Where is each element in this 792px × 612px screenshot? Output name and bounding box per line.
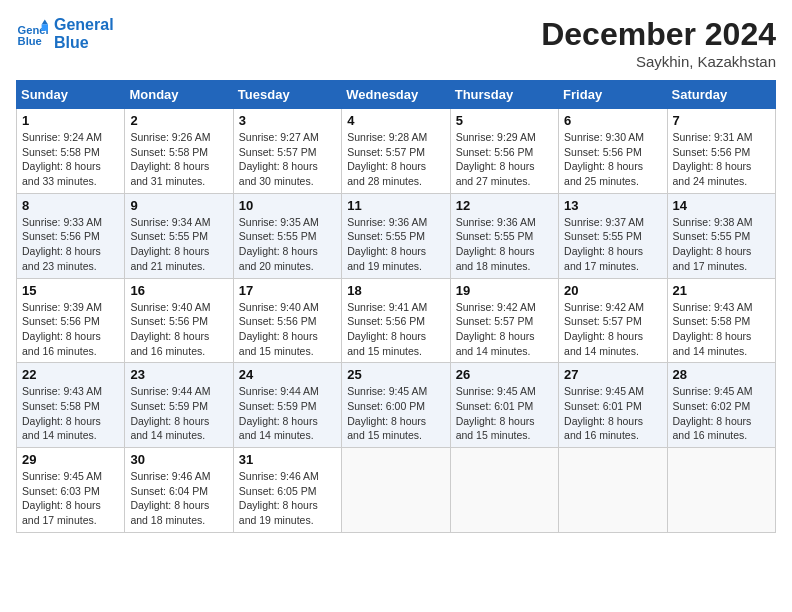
day-number: 12 <box>456 198 553 213</box>
day-number: 6 <box>564 113 661 128</box>
calendar-cell <box>342 448 450 533</box>
day-number: 23 <box>130 367 227 382</box>
day-info: Sunrise: 9:42 AM Sunset: 5:57 PM Dayligh… <box>456 300 553 359</box>
day-info: Sunrise: 9:40 AM Sunset: 5:56 PM Dayligh… <box>130 300 227 359</box>
calendar-cell: 22 Sunrise: 9:43 AM Sunset: 5:58 PM Dayl… <box>17 363 125 448</box>
calendar-cell: 20 Sunrise: 9:42 AM Sunset: 5:57 PM Dayl… <box>559 278 667 363</box>
svg-marker-2 <box>42 19 48 24</box>
calendar-cell: 28 Sunrise: 9:45 AM Sunset: 6:02 PM Dayl… <box>667 363 775 448</box>
day-info: Sunrise: 9:29 AM Sunset: 5:56 PM Dayligh… <box>456 130 553 189</box>
title-block: December 2024 Saykhin, Kazakhstan <box>541 16 776 70</box>
day-info: Sunrise: 9:36 AM Sunset: 5:55 PM Dayligh… <box>347 215 444 274</box>
calendar-cell: 13 Sunrise: 9:37 AM Sunset: 5:55 PM Dayl… <box>559 193 667 278</box>
page-header: General Blue GeneralBlue December 2024 S… <box>16 16 776 70</box>
day-number: 19 <box>456 283 553 298</box>
calendar-cell: 27 Sunrise: 9:45 AM Sunset: 6:01 PM Dayl… <box>559 363 667 448</box>
weekday-header: Saturday <box>667 81 775 109</box>
day-info: Sunrise: 9:27 AM Sunset: 5:57 PM Dayligh… <box>239 130 336 189</box>
day-info: Sunrise: 9:40 AM Sunset: 5:56 PM Dayligh… <box>239 300 336 359</box>
logo: General Blue GeneralBlue <box>16 16 114 51</box>
day-number: 22 <box>22 367 119 382</box>
day-info: Sunrise: 9:43 AM Sunset: 5:58 PM Dayligh… <box>22 384 119 443</box>
day-info: Sunrise: 9:45 AM Sunset: 6:02 PM Dayligh… <box>673 384 770 443</box>
day-number: 11 <box>347 198 444 213</box>
day-number: 2 <box>130 113 227 128</box>
day-number: 10 <box>239 198 336 213</box>
day-info: Sunrise: 9:30 AM Sunset: 5:56 PM Dayligh… <box>564 130 661 189</box>
calendar-cell: 31 Sunrise: 9:46 AM Sunset: 6:05 PM Dayl… <box>233 448 341 533</box>
day-number: 16 <box>130 283 227 298</box>
calendar-cell: 12 Sunrise: 9:36 AM Sunset: 5:55 PM Dayl… <box>450 193 558 278</box>
calendar-cell: 18 Sunrise: 9:41 AM Sunset: 5:56 PM Dayl… <box>342 278 450 363</box>
day-number: 30 <box>130 452 227 467</box>
svg-marker-3 <box>42 24 48 30</box>
day-number: 18 <box>347 283 444 298</box>
weekday-header: Sunday <box>17 81 125 109</box>
calendar-cell: 1 Sunrise: 9:24 AM Sunset: 5:58 PM Dayli… <box>17 109 125 194</box>
day-info: Sunrise: 9:45 AM Sunset: 6:03 PM Dayligh… <box>22 469 119 528</box>
day-info: Sunrise: 9:37 AM Sunset: 5:55 PM Dayligh… <box>564 215 661 274</box>
day-info: Sunrise: 9:45 AM Sunset: 6:01 PM Dayligh… <box>456 384 553 443</box>
day-number: 7 <box>673 113 770 128</box>
calendar-cell: 8 Sunrise: 9:33 AM Sunset: 5:56 PM Dayli… <box>17 193 125 278</box>
weekday-header: Tuesday <box>233 81 341 109</box>
day-number: 29 <box>22 452 119 467</box>
location: Saykhin, Kazakhstan <box>541 53 776 70</box>
weekday-header: Wednesday <box>342 81 450 109</box>
calendar-cell: 24 Sunrise: 9:44 AM Sunset: 5:59 PM Dayl… <box>233 363 341 448</box>
day-info: Sunrise: 9:35 AM Sunset: 5:55 PM Dayligh… <box>239 215 336 274</box>
day-number: 28 <box>673 367 770 382</box>
month-title: December 2024 <box>541 16 776 53</box>
calendar-cell: 25 Sunrise: 9:45 AM Sunset: 6:00 PM Dayl… <box>342 363 450 448</box>
day-info: Sunrise: 9:44 AM Sunset: 5:59 PM Dayligh… <box>130 384 227 443</box>
logo-text: GeneralBlue <box>54 16 114 51</box>
calendar-cell <box>667 448 775 533</box>
day-number: 31 <box>239 452 336 467</box>
calendar-cell: 6 Sunrise: 9:30 AM Sunset: 5:56 PM Dayli… <box>559 109 667 194</box>
day-info: Sunrise: 9:24 AM Sunset: 5:58 PM Dayligh… <box>22 130 119 189</box>
day-info: Sunrise: 9:36 AM Sunset: 5:55 PM Dayligh… <box>456 215 553 274</box>
day-info: Sunrise: 9:46 AM Sunset: 6:05 PM Dayligh… <box>239 469 336 528</box>
calendar-cell <box>559 448 667 533</box>
weekday-header: Monday <box>125 81 233 109</box>
day-number: 26 <box>456 367 553 382</box>
calendar-header-row: SundayMondayTuesdayWednesdayThursdayFrid… <box>17 81 776 109</box>
day-number: 27 <box>564 367 661 382</box>
day-info: Sunrise: 9:42 AM Sunset: 5:57 PM Dayligh… <box>564 300 661 359</box>
calendar-cell: 15 Sunrise: 9:39 AM Sunset: 5:56 PM Dayl… <box>17 278 125 363</box>
calendar-cell: 10 Sunrise: 9:35 AM Sunset: 5:55 PM Dayl… <box>233 193 341 278</box>
day-info: Sunrise: 9:39 AM Sunset: 5:56 PM Dayligh… <box>22 300 119 359</box>
calendar-cell: 21 Sunrise: 9:43 AM Sunset: 5:58 PM Dayl… <box>667 278 775 363</box>
day-number: 5 <box>456 113 553 128</box>
day-number: 1 <box>22 113 119 128</box>
calendar-cell: 16 Sunrise: 9:40 AM Sunset: 5:56 PM Dayl… <box>125 278 233 363</box>
day-number: 17 <box>239 283 336 298</box>
day-number: 9 <box>130 198 227 213</box>
day-number: 24 <box>239 367 336 382</box>
day-info: Sunrise: 9:43 AM Sunset: 5:58 PM Dayligh… <box>673 300 770 359</box>
calendar-cell: 11 Sunrise: 9:36 AM Sunset: 5:55 PM Dayl… <box>342 193 450 278</box>
calendar-week-row: 15 Sunrise: 9:39 AM Sunset: 5:56 PM Dayl… <box>17 278 776 363</box>
day-info: Sunrise: 9:45 AM Sunset: 6:00 PM Dayligh… <box>347 384 444 443</box>
weekday-header: Thursday <box>450 81 558 109</box>
day-info: Sunrise: 9:41 AM Sunset: 5:56 PM Dayligh… <box>347 300 444 359</box>
day-number: 8 <box>22 198 119 213</box>
day-number: 20 <box>564 283 661 298</box>
calendar-cell: 17 Sunrise: 9:40 AM Sunset: 5:56 PM Dayl… <box>233 278 341 363</box>
day-number: 21 <box>673 283 770 298</box>
calendar-cell: 2 Sunrise: 9:26 AM Sunset: 5:58 PM Dayli… <box>125 109 233 194</box>
day-info: Sunrise: 9:38 AM Sunset: 5:55 PM Dayligh… <box>673 215 770 274</box>
day-info: Sunrise: 9:26 AM Sunset: 5:58 PM Dayligh… <box>130 130 227 189</box>
logo-icon: General Blue <box>16 18 48 50</box>
day-info: Sunrise: 9:31 AM Sunset: 5:56 PM Dayligh… <box>673 130 770 189</box>
calendar-cell: 26 Sunrise: 9:45 AM Sunset: 6:01 PM Dayl… <box>450 363 558 448</box>
calendar-cell: 5 Sunrise: 9:29 AM Sunset: 5:56 PM Dayli… <box>450 109 558 194</box>
svg-text:Blue: Blue <box>18 35 42 47</box>
calendar-cell: 4 Sunrise: 9:28 AM Sunset: 5:57 PM Dayli… <box>342 109 450 194</box>
day-info: Sunrise: 9:33 AM Sunset: 5:56 PM Dayligh… <box>22 215 119 274</box>
calendar-cell: 30 Sunrise: 9:46 AM Sunset: 6:04 PM Dayl… <box>125 448 233 533</box>
calendar-cell: 23 Sunrise: 9:44 AM Sunset: 5:59 PM Dayl… <box>125 363 233 448</box>
day-info: Sunrise: 9:45 AM Sunset: 6:01 PM Dayligh… <box>564 384 661 443</box>
day-info: Sunrise: 9:46 AM Sunset: 6:04 PM Dayligh… <box>130 469 227 528</box>
day-number: 25 <box>347 367 444 382</box>
